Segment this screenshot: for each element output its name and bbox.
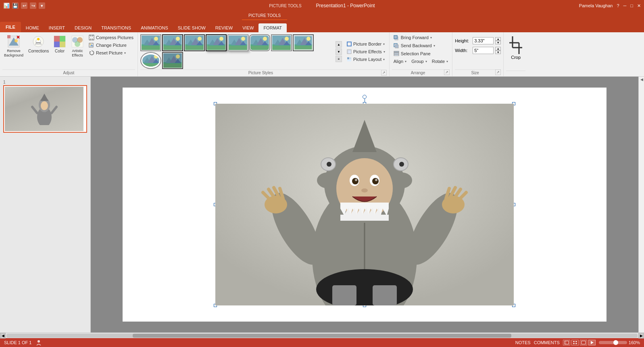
picture-tools-header-label: PICTURE TOOLS: [242, 11, 287, 20]
svg-rect-62: [229, 46, 247, 50]
gallery-item-5[interactable]: [227, 34, 248, 51]
gallery-item-3[interactable]: [184, 34, 205, 51]
size-content: Height: ▲ ▼ Width: ▲ ▼: [455, 34, 501, 69]
collapse-right-icon[interactable]: ◀: [639, 77, 644, 82]
slide-sorter-btn[interactable]: [571, 340, 579, 345]
reading-view-btn[interactable]: [580, 340, 587, 345]
h-scrollbar-track[interactable]: [6, 334, 638, 338]
picture-border-button[interactable]: Picture Border ▾: [345, 41, 387, 47]
notes-button[interactable]: NOTES: [515, 340, 531, 345]
picture-layout-arrow: ▾: [383, 58, 385, 61]
h-scrollbar: ◀ ▶: [0, 332, 644, 338]
normal-view-btn[interactable]: [563, 340, 570, 345]
svg-rect-30: [142, 46, 160, 50]
send-backward-button[interactable]: Send Backward ▾: [392, 42, 437, 49]
tab-format[interactable]: FORMAT: [258, 23, 287, 32]
restore-icon[interactable]: □: [630, 3, 633, 8]
width-spin-up[interactable]: ▲: [495, 47, 501, 50]
zoom-slider[interactable]: [599, 341, 627, 344]
picture-layout-button[interactable]: Picture Layout ▾: [345, 56, 387, 63]
corrections-button[interactable]: Corrections: [27, 34, 50, 55]
scroll-right-btn[interactable]: ▶: [638, 333, 644, 339]
arrange-group-label: Arrange: [392, 69, 444, 76]
picture-effects-button[interactable]: Picture Effects ▾: [345, 48, 387, 55]
gallery-item-1[interactable]: [140, 34, 161, 51]
gallery-more[interactable]: ≡: [336, 56, 342, 62]
gallery-item-2[interactable]: [162, 34, 183, 51]
width-input[interactable]: [473, 47, 494, 54]
arrange-secondary-buttons: Align ▾ Group ▾ Rotate ▾: [392, 58, 450, 65]
tab-transitions[interactable]: TRANSITIONS: [96, 23, 136, 32]
ribbon: RemoveBackground Corrections: [0, 32, 644, 77]
customize-icon[interactable]: ▾: [39, 2, 45, 9]
align-button[interactable]: Align ▾: [392, 58, 408, 65]
tab-review[interactable]: REVIEW: [210, 23, 238, 32]
svg-rect-186: [581, 341, 586, 344]
svg-rect-115: [395, 45, 398, 48]
selected-image-container[interactable]: [215, 104, 514, 305]
slideshow-btn[interactable]: [588, 340, 596, 345]
gallery-scroll-down[interactable]: ▼: [336, 48, 342, 55]
artistic-effects-button[interactable]: ArtisticEffects: [69, 34, 85, 59]
color-button[interactable]: Color: [52, 34, 68, 55]
svg-point-79: [285, 37, 289, 41]
slide-canvas[interactable]: [123, 88, 606, 322]
slide-panel: 1: [0, 77, 91, 332]
width-spin-down[interactable]: ▼: [495, 50, 501, 54]
svg-rect-110: [350, 57, 351, 59]
zoom-level[interactable]: 160%: [629, 340, 640, 345]
slide-thumbnail[interactable]: [3, 85, 87, 133]
gallery-item-9[interactable]: [140, 52, 161, 69]
compress-pictures-button[interactable]: Compress Pictures: [87, 34, 135, 41]
tab-design[interactable]: DESIGN: [70, 23, 96, 32]
picture-border-label: Picture Border: [353, 42, 381, 46]
redo-icon[interactable]: ↪: [30, 2, 36, 9]
tab-home[interactable]: HOME: [21, 23, 44, 32]
crop-button[interactable]: Crop: [506, 34, 525, 61]
svg-point-147: [390, 172, 412, 188]
height-label: Height:: [455, 38, 471, 43]
gallery-scroll-up[interactable]: ▲: [336, 41, 342, 48]
picture-layout-icon: [347, 57, 352, 62]
picture-styles-gallery: [140, 34, 334, 69]
gallery-item-4[interactable]: [206, 34, 227, 51]
undo-icon[interactable]: ↩: [21, 2, 27, 9]
h-scrollbar-thumb[interactable]: [133, 334, 511, 338]
minimize-icon[interactable]: ─: [623, 3, 627, 8]
comments-button[interactable]: COMMENTS: [534, 340, 560, 345]
change-picture-button[interactable]: Change Picture: [87, 42, 135, 49]
remove-background-button[interactable]: RemoveBackground: [2, 34, 25, 59]
group-button[interactable]: Group ▾: [410, 58, 429, 65]
save-icon[interactable]: 💾: [12, 2, 19, 9]
gallery-item-6[interactable]: [249, 34, 270, 51]
rotate-handle[interactable]: [363, 95, 367, 99]
selection-pane-button[interactable]: Selection Pane: [392, 50, 432, 57]
height-spin-down[interactable]: ▼: [495, 41, 501, 44]
gallery-item-10[interactable]: [162, 52, 183, 69]
close-icon[interactable]: ✕: [637, 3, 641, 8]
tab-file[interactable]: FILE: [0, 22, 21, 32]
tab-insert[interactable]: INSERT: [44, 23, 70, 32]
svg-rect-185: [575, 343, 577, 344]
svg-point-169: [355, 179, 357, 181]
tab-animations[interactable]: ANIMATIONS: [136, 23, 173, 32]
tab-view[interactable]: VIEW: [238, 23, 258, 32]
bring-forward-button[interactable]: Bring Forward ▾: [392, 34, 434, 41]
arrange-dialog-launcher[interactable]: ↗: [444, 69, 450, 75]
rotate-button[interactable]: Rotate ▾: [430, 58, 450, 65]
help-icon[interactable]: ?: [617, 3, 619, 8]
canvas-area: [91, 77, 638, 332]
picture-styles-dialog-launcher[interactable]: ↗: [381, 70, 387, 75]
svg-point-63: [241, 37, 245, 41]
tab-slideshow[interactable]: SLIDE SHOW: [173, 23, 210, 32]
size-dialog-launcher[interactable]: ↗: [495, 69, 501, 75]
svg-rect-11: [54, 36, 60, 42]
zoom-slider-thumb[interactable]: [613, 340, 618, 345]
scroll-left-btn[interactable]: ◀: [0, 333, 6, 339]
height-spin-up[interactable]: ▲: [495, 37, 501, 41]
gallery-item-7[interactable]: [271, 34, 292, 51]
compress-pictures-label: Compress Pictures: [96, 35, 133, 40]
height-input[interactable]: [473, 37, 494, 44]
gallery-item-8[interactable]: [293, 34, 314, 51]
reset-picture-button[interactable]: Reset Picture ▾: [87, 49, 135, 56]
